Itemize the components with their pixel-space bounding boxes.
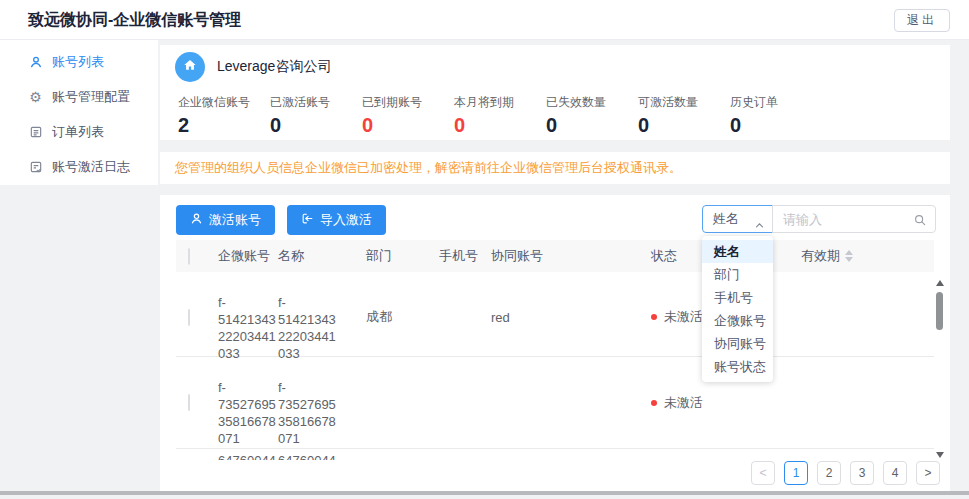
col-header-validity[interactable]: 有效期: [801, 247, 934, 265]
order-list-icon: [28, 124, 43, 139]
pagination-page-4[interactable]: 4: [883, 461, 907, 485]
stat-value: 2: [178, 114, 270, 137]
table-body: f- 51421343 22203441 033 f- 51421343 222…: [176, 272, 934, 460]
sidebar-item-account-config[interactable]: ⚙ 账号管理配置: [0, 79, 158, 114]
home-icon: [182, 57, 198, 77]
col-header-phone: 手机号: [439, 247, 491, 265]
pagination-prev-button[interactable]: <: [751, 461, 775, 485]
table-row[interactable]: f- 51421343 22203441 033 f- 51421343 222…: [176, 272, 934, 356]
stats-row: 企业微信账号 2 已激活账号 0 已到期账号 0 本月将到期 0 已失效数量 0…: [160, 94, 950, 137]
filter-selected-value: 姓名: [713, 211, 739, 226]
stat-activated: 已激活账号 0: [270, 94, 362, 137]
cell-collab-account: red: [491, 310, 651, 325]
filter-input-wrap: [772, 205, 936, 233]
search-icon[interactable]: [913, 213, 927, 231]
stat-label: 已到期账号: [362, 94, 454, 111]
horizontal-scrollbar[interactable]: [0, 491, 969, 495]
sidebar-item-account-list[interactable]: 账号列表: [0, 44, 158, 79]
company-avatar: [175, 52, 205, 82]
gear-icon: ⚙: [28, 89, 43, 104]
table-header: 企微账号 名称 部门 手机号 协同账号 状态 有效期: [176, 240, 934, 272]
sidebar-item-order-list[interactable]: 订单列表: [0, 114, 158, 149]
sidebar-item-label: 账号列表: [52, 53, 104, 71]
activate-account-label: 激活账号: [209, 211, 261, 229]
stats-card: Leverage咨询公司 企业微信账号 2 已激活账号 0 已到期账号 0 本月…: [160, 45, 950, 140]
filter-dropdown-menu: 姓名 部门 手机号 企微账号 协同账号 账号状态: [702, 236, 773, 382]
sidebar-item-label: 订单列表: [52, 123, 104, 141]
pagination-next-button[interactable]: >: [916, 461, 940, 485]
stat-value: 0: [546, 114, 638, 137]
cell-wecom-account: f- 51421343 22203441 033: [218, 272, 278, 362]
stat-label: 本月将到期: [454, 94, 546, 111]
status-dot-icon: [651, 314, 657, 320]
table-row[interactable]: 64760044 64760044: [176, 448, 934, 460]
cell-wecom-account: f- 73527695 35816678 071: [218, 357, 278, 447]
scrollbar-thumb[interactable]: [936, 292, 943, 330]
col-header-collab-account: 协同账号: [491, 247, 651, 265]
cell-department: 成都: [366, 308, 439, 326]
dropdown-option-department[interactable]: 部门: [702, 263, 773, 286]
import-activate-label: 导入激活: [320, 211, 372, 229]
stat-invalid: 已失效数量 0: [546, 94, 638, 137]
status-dot-icon: [651, 400, 657, 406]
sidebar-item-label: 账号激活日志: [52, 158, 130, 176]
sidebar: 账号列表 ⚙ 账号管理配置 订单列表 账号激活日志: [0, 40, 158, 185]
filter-bar: 姓名: [702, 205, 936, 233]
sidebar-item-label: 账号管理配置: [52, 88, 130, 106]
stat-history-orders: 历史订单 0: [730, 94, 822, 137]
account-table-card: 激活账号 导入激活 姓名: [160, 195, 950, 491]
pagination-page-2[interactable]: 2: [817, 461, 841, 485]
row-checkbox[interactable]: [188, 309, 190, 326]
app-root: 致远微协同-企业微信账号管理 退出 账号列表 ⚙ 账号管理配置 订单列表 账号激…: [0, 0, 969, 499]
scroll-down-arrow[interactable]: [936, 452, 944, 458]
pagination-page-1[interactable]: 1: [784, 461, 808, 485]
filter-field-select[interactable]: 姓名: [702, 205, 773, 233]
scroll-up-arrow[interactable]: [936, 280, 944, 286]
row-checkbox[interactable]: [188, 394, 190, 411]
cell-name: 64760044: [278, 449, 366, 460]
sidebar-item-activation-log[interactable]: 账号激活日志: [0, 149, 158, 184]
stat-expiring-this-month: 本月将到期 0: [454, 94, 546, 137]
table-row[interactable]: f- 73527695 35816678 071 f- 73527695 358…: [176, 356, 934, 448]
cell-wecom-account: 64760044: [218, 449, 278, 460]
table-scrollbar: [935, 280, 945, 458]
page-title: 致远微协同-企业微信账号管理: [28, 0, 241, 40]
col-header-department: 部门: [366, 247, 439, 265]
dropdown-option-phone[interactable]: 手机号: [702, 286, 773, 309]
logout-button[interactable]: 退出: [894, 9, 950, 32]
stat-activatable: 可激活数量 0: [638, 94, 730, 137]
select-all-checkbox[interactable]: [188, 248, 190, 265]
cell-name: f- 51421343 22203441 033: [278, 272, 366, 362]
stat-label: 可激活数量: [638, 94, 730, 111]
search-input[interactable]: [773, 206, 903, 232]
activate-account-button[interactable]: 激活账号: [176, 205, 275, 235]
pagination: < 1 2 3 4 >: [751, 461, 940, 485]
stat-wecom-accounts: 企业微信账号 2: [178, 94, 270, 137]
status-label: 未激活: [664, 308, 703, 326]
stat-value: 0: [270, 114, 362, 137]
dropdown-option-account-status[interactable]: 账号状态: [702, 355, 773, 378]
stat-value: 0: [454, 114, 546, 137]
dropdown-option-name[interactable]: 姓名: [702, 240, 773, 263]
person-icon: [190, 212, 203, 228]
col-header-name: 名称: [278, 247, 366, 265]
encryption-notice: 您管理的组织人员信息企业微信已加密处理，解密请前往企业微信管理后台授权通讯录。: [160, 152, 950, 184]
company-row: Leverage咨询公司: [160, 45, 950, 82]
col-header-wecom-account: 企微账号: [218, 247, 278, 265]
pagination-page-3[interactable]: 3: [850, 461, 874, 485]
stat-label: 企业微信账号: [178, 94, 270, 111]
col-header-validity-label: 有效期: [801, 247, 840, 265]
company-name: Leverage咨询公司: [217, 58, 331, 76]
stat-value: 0: [638, 114, 730, 137]
log-icon: [28, 159, 43, 174]
import-activate-button[interactable]: 导入激活: [287, 205, 386, 235]
dropdown-option-collab-account[interactable]: 协同账号: [702, 332, 773, 355]
stat-expired: 已到期账号 0: [362, 94, 454, 137]
toolbar: 激活账号 导入激活: [176, 205, 386, 235]
stat-value: 0: [362, 114, 454, 137]
dropdown-option-wecom-account[interactable]: 企微账号: [702, 309, 773, 332]
import-icon: [301, 212, 314, 228]
top-bar: 致远微协同-企业微信账号管理 退出: [0, 0, 969, 40]
status-label: 未激活: [664, 394, 703, 412]
sort-icon[interactable]: [845, 250, 853, 262]
